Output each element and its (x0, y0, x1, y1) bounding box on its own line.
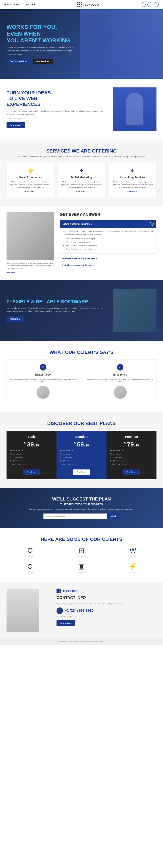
hero-title-accent: WORKS FOR YOU, (6, 24, 57, 30)
testimonials-title: WHAT OUR CLIENT'S SAY'S (6, 349, 157, 355)
client-logo-6: ⚡ CONTANT (109, 562, 157, 574)
testimonial-name-2: Nina Scavo (87, 373, 153, 376)
flexible-title: FLEXIBLE & RELIABLE SOFTWARE (6, 299, 107, 305)
turn-person-image (113, 87, 157, 131)
plan-basic-features: Person Entrance Person Launch Hours Ever… (10, 449, 53, 466)
logo: TECHLOGO (77, 2, 99, 7)
plan-basic-name: Basic (10, 435, 53, 438)
social-icons: f t in (141, 2, 159, 7)
nav-about[interactable]: ABOUT (14, 3, 22, 6)
flexible-read-more-button[interactable]: read more (6, 316, 24, 322)
turn-title: TURN YOUR IDEAS TO LIVE WEB EXPERIENCES (6, 90, 107, 107)
answer-link-grow[interactable]: Learn how to grow your business (60, 261, 157, 268)
footer: TECHLOGO CONTACT INFO Duis aute irque re… (0, 582, 163, 639)
answer-right: GET EVERY ANSWER Create a Webinar in Min… (60, 212, 157, 274)
client-label-4: CONTANT (25, 571, 35, 574)
checkmark-icon-1: ✓ (40, 364, 46, 371)
testimonials-title-main: WHAT OUR (50, 349, 75, 355)
client-label-5: CONTANT (77, 571, 86, 574)
client-icon-2: ⊡ (78, 547, 84, 555)
nav: HOME ABOUT CONTACT (4, 3, 35, 6)
clients-title: HERE ARE SOME OF OUR CLIENTS (6, 536, 157, 542)
plan-premium-name: Premium (110, 435, 153, 438)
turn-title-line3: EXPERIENCES (6, 101, 40, 107)
testimonial-avatar-2 (114, 386, 127, 399)
testimonial-name-1: Nickol Parse (10, 373, 76, 376)
clients-title-accent: OF OUR CLIENTS (82, 536, 123, 542)
logo-icon (77, 2, 82, 7)
consulting-read-more[interactable]: READ MORE › (112, 191, 153, 193)
footer-person-image (6, 589, 39, 632)
plan-premium-dollar: $ (124, 441, 127, 445)
experiences-read-more[interactable]: READ MORE › (10, 191, 51, 193)
turn-title-line1: TURN YOUR IDEAS (6, 90, 51, 95)
services-subtitle: We develop an individual integrated solu… (6, 156, 157, 158)
consulting-title: Consulting Services (112, 176, 153, 179)
plan-basic-buy-button[interactable]: Buy Ticket (23, 469, 40, 475)
plans-title-accent: BEST PLANS (85, 421, 116, 426)
turn-ideas-section: TURN YOUR IDEAS TO LIVE WEB EXPERIENCES … (0, 79, 163, 140)
plan-basic: Basic $ 39.99 Person Entrance Person Lau… (6, 431, 56, 479)
footer-info: TECHLOGO CONTACT INFO Duis aute irque re… (56, 589, 157, 626)
suggest-email-input[interactable] (44, 514, 107, 519)
client-logo-5: ▣ CONTANT (58, 562, 105, 574)
suggest-description: Duis aute irque reprehenderit in volupta… (6, 508, 157, 510)
client-label-1: CONTANT (25, 556, 35, 558)
plan-premium-buy-button[interactable]: Buy Ticket (123, 469, 140, 475)
hero-overlay (80, 9, 163, 79)
turn-image-credit: Images from Freepik (6, 117, 107, 119)
services-title-accent: WE ARE OFFERING (72, 148, 117, 154)
service-card-marketing: ✦ Digital Marketing Whatever the scale a… (58, 163, 105, 197)
plan-standart-features: Person Entrance Person Launch Hours Ever… (60, 449, 103, 466)
plan-standart-dollar: $ (74, 441, 77, 445)
list-item: Tortor at risus viverra adipiscing et in… (65, 241, 154, 244)
answer-read-more[interactable]: read more (6, 271, 15, 273)
turn-description: Duis aute a duis duis ad reprehenderit i… (6, 110, 107, 116)
suggest-subtitle: THAT'S RIGHT FOR YOUR BUSINESS (6, 503, 157, 505)
accordion-webinar: Create a Webinar in Minutes + Interdum v… (60, 220, 157, 254)
hero-title-line2: EVEN WHEN (6, 30, 40, 37)
client-logo-3: W CONTANT (109, 547, 157, 558)
accordion-webinar-header[interactable]: Create a Webinar in Minutes + (60, 220, 156, 228)
suggest-title: WE'LL SUGGEST THE PLAN (6, 497, 157, 502)
answer-left: Etiam a velit sed adipiscing in tincidun… (6, 212, 54, 274)
marketing-read-more[interactable]: READ MORE › (61, 191, 102, 193)
footer-contact-title: CONTACT INFO (56, 595, 157, 600)
plan-basic-price: $ 39.99 (10, 441, 53, 448)
instagram-icon[interactable]: in (154, 2, 159, 7)
suggest-submit-button[interactable]: Submit (107, 514, 120, 519)
footer-description: Duis aute irque reprehenderit in volupta… (56, 603, 157, 605)
plan-standart-buy-button[interactable]: Buy Ticket (73, 469, 90, 475)
testimonial-avatar-1 (36, 386, 50, 399)
plan-premium: Premium $ 79.99 Person Entrance Person L… (107, 431, 157, 479)
list-item: Mattis nunc sed blandit libero volutpat. (65, 238, 154, 240)
avatar-placeholder-1 (36, 386, 50, 399)
hero-title-line3: YOU AREN'T WORKING (6, 37, 71, 43)
client-label-2: CONTANT (77, 556, 86, 558)
accordion-expand-icon: + (150, 222, 154, 226)
list-item: Nibh id elit diam ullamcorper elementum. (65, 244, 154, 247)
clients-grid: Ο CONTANT ⊡ CONTANT W CONTANT ⊙ CONTANT … (6, 547, 157, 574)
nav-contact[interactable]: CONTACT (25, 3, 35, 6)
hero-title: WORKS FOR YOU, EVEN WHEN YOU AREN'T WORK… (6, 24, 76, 44)
twitter-icon[interactable]: t (147, 2, 152, 7)
get-started-button[interactable]: Get Started Now (6, 59, 30, 64)
footer-bottom-text: Sample text. Click to select the Text To… (58, 641, 105, 643)
footer-phone: 📞 +1 (234) 567-8910 (56, 608, 157, 614)
nav-home[interactable]: HOME (4, 3, 11, 6)
turn-learn-more-button[interactable]: Learn More (6, 122, 25, 128)
avatar-placeholder-2 (114, 386, 127, 399)
client-icon-1: Ο (27, 547, 33, 555)
plan-standart-name: Standart (60, 435, 103, 438)
experiences-icon: ⭐ (10, 168, 51, 174)
testimonial-card-1: ✓ Nickol Parse Sample text. Click to sel… (6, 360, 79, 403)
services-title: SERVICES WE ARE OFFERING (6, 148, 157, 154)
services-title-main: SERVICES (46, 148, 71, 154)
plan-premium-features: Person Entrance Person Launch Hours Ever… (110, 449, 153, 466)
facebook-icon[interactable]: f (141, 2, 145, 7)
our-services-button[interactable]: Our Services (33, 59, 53, 64)
testimonial-text-2: Sample text. Click to select the text bo… (87, 378, 153, 383)
answer-link-sustainability[interactable]: Business Sustainability Management (60, 255, 157, 261)
footer-learn-more-button[interactable]: Learn More (56, 620, 75, 626)
answer-description: Etiam a velit sed adipiscing in tincidun… (6, 262, 54, 270)
